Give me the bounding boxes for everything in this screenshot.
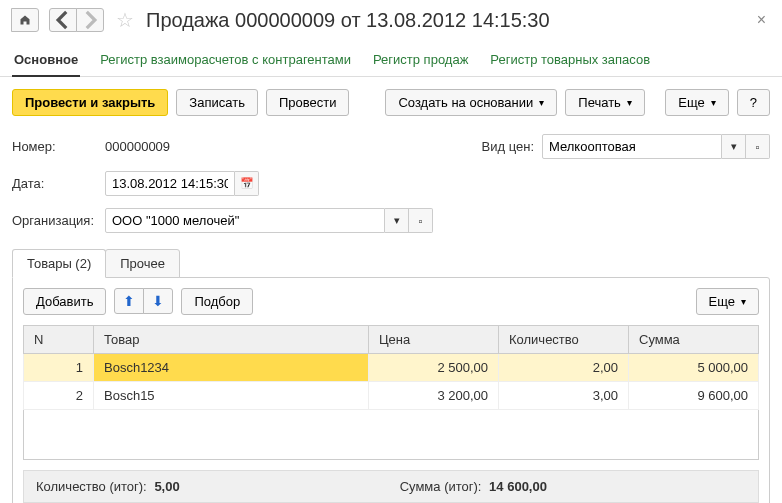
table-row[interactable]: 2 Bosch15 3 200,00 3,00 9 600,00 [24, 382, 759, 410]
calendar-icon[interactable]: 📅 [235, 171, 259, 196]
col-qty[interactable]: Количество [499, 326, 629, 354]
move-up-button[interactable]: ⬆ [114, 288, 144, 314]
post-button[interactable]: Провести [266, 89, 350, 116]
tab-sales[interactable]: Регистр продаж [371, 44, 470, 76]
date-input[interactable] [105, 171, 235, 196]
more-button[interactable]: Еще [665, 89, 728, 116]
price-type-input[interactable] [542, 134, 722, 159]
col-item[interactable]: Товар [94, 326, 369, 354]
price-type-open[interactable]: ▫ [746, 134, 770, 159]
favorite-star-icon[interactable]: ☆ [116, 8, 134, 32]
nav-back-button[interactable] [49, 8, 77, 32]
sum-total-label: Сумма (итог): [400, 479, 482, 494]
post-and-close-button[interactable]: Провести и закрыть [12, 89, 168, 116]
org-input[interactable] [105, 208, 385, 233]
nav-forward-button[interactable] [76, 8, 104, 32]
subtab-goods[interactable]: Товары (2) [12, 249, 106, 278]
totals-bar: Количество (итог): 5,00 Сумма (итог): 14… [23, 470, 759, 503]
tab-main[interactable]: Основное [12, 44, 80, 77]
move-down-button[interactable]: ⬇ [143, 288, 173, 314]
price-type-label: Вид цен: [482, 139, 534, 154]
org-open[interactable]: ▫ [409, 208, 433, 233]
table-row[interactable]: 1 Bosch1234 2 500,00 2,00 5 000,00 [24, 354, 759, 382]
create-based-button[interactable]: Создать на основании [385, 89, 557, 116]
number-value: 000000009 [105, 139, 215, 154]
tab-stock[interactable]: Регистр товарных запасов [488, 44, 652, 76]
date-label: Дата: [12, 176, 97, 191]
sum-total-value: 14 600,00 [489, 479, 547, 494]
org-label: Организация: [12, 213, 97, 228]
tab-settlements[interactable]: Регистр взаиморасчетов с контрагентами [98, 44, 353, 76]
goods-table: N Товар Цена Количество Сумма 1 Bosch123… [23, 325, 759, 460]
col-sum[interactable]: Сумма [629, 326, 759, 354]
home-button[interactable] [11, 8, 39, 32]
qty-total-label: Количество (итог): [36, 479, 147, 494]
select-items-button[interactable]: Подбор [181, 288, 253, 315]
add-row-button[interactable]: Добавить [23, 288, 106, 315]
number-label: Номер: [12, 139, 97, 154]
panel-more-button[interactable]: Еще [696, 288, 759, 315]
qty-total-value: 5,00 [154, 479, 179, 494]
price-type-dropdown[interactable]: ▾ [722, 134, 746, 159]
page-title: Продажа 000000009 от 13.08.2012 14:15:30 [146, 9, 747, 32]
save-button[interactable]: Записать [176, 89, 258, 116]
org-dropdown[interactable]: ▾ [385, 208, 409, 233]
col-price[interactable]: Цена [369, 326, 499, 354]
help-button[interactable]: ? [737, 89, 770, 116]
print-button[interactable]: Печать [565, 89, 645, 116]
col-n[interactable]: N [24, 326, 94, 354]
close-button[interactable]: × [753, 11, 770, 29]
subtab-other[interactable]: Прочее [105, 249, 180, 278]
